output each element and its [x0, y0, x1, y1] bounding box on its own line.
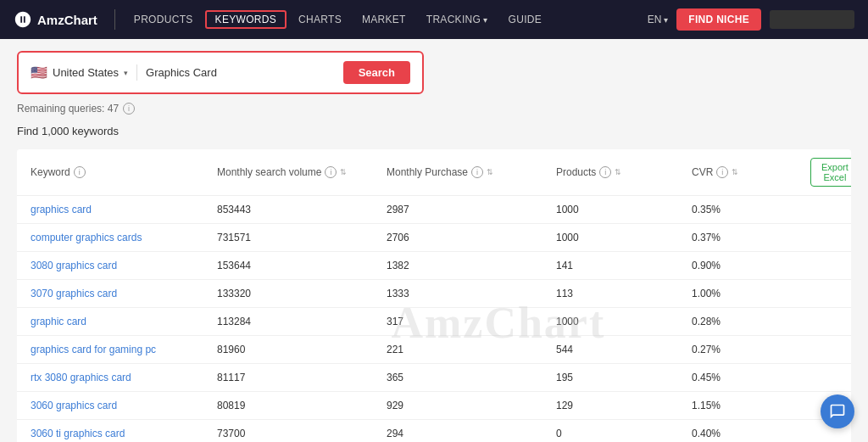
products-cell: 129 [556, 400, 692, 411]
products-cell: 0 [556, 428, 692, 439]
cvr-cell: 1.00% [692, 288, 810, 299]
products-cell: 1000 [556, 232, 692, 243]
cvr-cell: 0.90% [692, 260, 810, 271]
export-col: Export Excel [810, 158, 851, 187]
table-row: 3070 graphics card 133320 1333 113 1.00% [17, 280, 851, 308]
volume-info-icon[interactable]: i [325, 166, 337, 178]
products-cell: 544 [556, 344, 692, 355]
cvr-cell: 0.28% [692, 316, 810, 327]
keyword-cell[interactable]: 3070 graphics card [31, 288, 217, 299]
nav-guide[interactable]: GUIDE [500, 10, 551, 29]
keyword-cell[interactable]: 3060 graphics card [31, 400, 217, 411]
keyword-info-icon[interactable]: i [74, 166, 86, 178]
table-row: graphic card 113284 317 1000 0.28% [17, 308, 851, 336]
purchase-cell: 221 [387, 344, 556, 355]
table-row: graphics card for gaming pc 81960 221 54… [17, 336, 851, 364]
col-header-purchase: Monthly Purchase i ⇅ [387, 166, 556, 178]
purchase-cell: 317 [387, 316, 556, 327]
cvr-info-icon[interactable]: i [716, 166, 728, 178]
export-excel-button[interactable]: Export Excel [810, 158, 851, 187]
navbar: AmzChart PRODUCTS KEYWORDS CHARTS MARKET… [0, 0, 868, 39]
cvr-cell: 0.35% [692, 204, 810, 215]
products-cell: 1000 [556, 204, 692, 215]
find-niche-button[interactable]: FIND NICHE [676, 8, 761, 31]
country-flag: 🇺🇸 [31, 64, 47, 81]
volume-cell: 73700 [217, 428, 387, 439]
purchase-cell: 1382 [387, 260, 556, 271]
keyword-table-wrapper: AmzChart Keyword i Monthly search volume… [17, 149, 851, 442]
purchase-cell: 294 [387, 428, 556, 439]
logo[interactable]: AmzChart [14, 10, 97, 29]
cvr-cell: 1.15% [692, 400, 810, 411]
table-row: 3060 graphics card 80819 929 129 1.15% [17, 392, 851, 420]
products-cell: 141 [556, 260, 692, 271]
chat-icon [829, 403, 846, 420]
chat-bubble-button[interactable] [821, 394, 854, 428]
col-header-volume: Monthly search volume i ⇅ [217, 166, 387, 178]
cvr-cell: 0.27% [692, 344, 810, 355]
remaining-text: Remaining queries: 47 [17, 103, 119, 115]
country-dropdown-icon: ▾ [124, 69, 128, 77]
cvr-cell: 0.37% [692, 232, 810, 243]
purchase-info-icon[interactable]: i [471, 166, 483, 178]
results-summary: Find 1,000 keywords [17, 125, 851, 137]
nav-products[interactable]: PRODUCTS [125, 10, 202, 29]
products-sort-icon[interactable]: ⇅ [615, 168, 621, 176]
purchase-cell: 1333 [387, 288, 556, 299]
logo-icon [14, 10, 32, 29]
keyword-cell[interactable]: 3080 graphics card [31, 260, 217, 271]
nav-market[interactable]: MARKET [353, 10, 415, 29]
lang-selector[interactable]: EN [648, 14, 669, 25]
remaining-info-icon[interactable]: i [123, 103, 135, 115]
volume-cell: 153644 [217, 260, 387, 271]
products-cell: 113 [556, 288, 692, 299]
keyword-cell[interactable]: graphic card [31, 316, 217, 327]
purchase-cell: 365 [387, 372, 556, 383]
volume-cell: 81117 [217, 372, 387, 383]
products-cell: 195 [556, 372, 692, 383]
table-header: Keyword i Monthly search volume i ⇅ Mont… [17, 149, 851, 196]
cvr-cell: 0.45% [692, 372, 810, 383]
navbar-right: EN FIND NICHE [648, 8, 854, 31]
volume-cell: 133320 [217, 288, 387, 299]
purchase-sort-icon[interactable]: ⇅ [487, 168, 493, 176]
keyword-cell[interactable]: graphics card [31, 204, 217, 215]
products-info-icon[interactable]: i [599, 166, 611, 178]
volume-cell: 113284 [217, 316, 387, 327]
nav-tracking[interactable]: TRACKING [418, 10, 497, 29]
purchase-cell: 2987 [387, 204, 556, 215]
country-selector[interactable]: 🇺🇸 United States ▾ [31, 64, 137, 81]
nav-divider [114, 9, 115, 30]
volume-sort-icon[interactable]: ⇅ [340, 168, 347, 176]
table-row: 3080 graphics card 153644 1382 141 0.90% [17, 252, 851, 280]
cvr-cell: 0.40% [692, 428, 810, 439]
keyword-cell[interactable]: rtx 3080 graphics card [31, 372, 217, 383]
volume-cell: 81960 [217, 344, 387, 355]
keyword-cell[interactable]: 3060 ti graphics card [31, 428, 217, 439]
table-row: graphics card 853443 2987 1000 0.35% [17, 196, 851, 224]
table-body: graphics card 853443 2987 1000 0.35% com… [17, 196, 851, 442]
purchase-cell: 929 [387, 400, 556, 411]
nav-charts[interactable]: CHARTS [290, 10, 350, 29]
user-bar [770, 10, 854, 29]
volume-cell: 853443 [217, 204, 387, 215]
table-row: 3060 ti graphics card 73700 294 0 0.40% [17, 420, 851, 442]
cvr-sort-icon[interactable]: ⇅ [732, 168, 738, 176]
col-header-products: Products i ⇅ [556, 166, 692, 178]
purchase-cell: 2706 [387, 232, 556, 243]
nav-keywords[interactable]: KEYWORDS [205, 10, 287, 29]
col-header-cvr: CVR i ⇅ [692, 166, 810, 178]
table-row: computer graphics cards 731571 2706 1000… [17, 224, 851, 252]
search-input[interactable] [146, 66, 335, 79]
remaining-queries: Remaining queries: 47 i [17, 103, 851, 115]
search-button[interactable]: Search [343, 61, 410, 84]
volume-cell: 80819 [217, 400, 387, 411]
keyword-cell[interactable]: graphics card for gaming pc [31, 344, 217, 355]
main-content: 🇺🇸 United States ▾ Search Remaining quer… [0, 39, 868, 442]
search-box: 🇺🇸 United States ▾ Search [17, 51, 424, 94]
volume-cell: 731571 [217, 232, 387, 243]
products-cell: 1000 [556, 316, 692, 327]
keyword-cell[interactable]: computer graphics cards [31, 232, 217, 243]
table-row: rtx 3080 graphics card 81117 365 195 0.4… [17, 364, 851, 392]
keyword-table: Keyword i Monthly search volume i ⇅ Mont… [17, 149, 851, 442]
